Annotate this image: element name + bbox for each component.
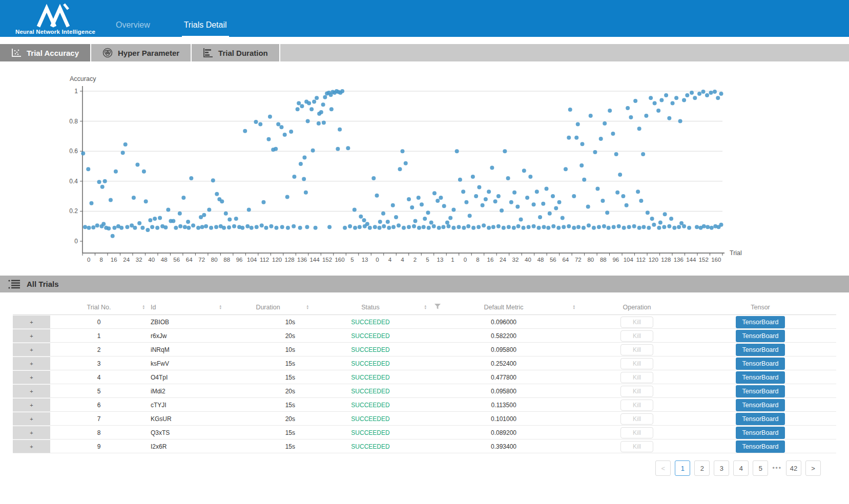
scatter-point (586, 205, 590, 209)
tensorboard-button[interactable]: TensorBoard (736, 399, 785, 411)
expand-row-button[interactable]: + (13, 398, 50, 411)
page-button-42[interactable]: 42 (786, 460, 801, 476)
kill-button[interactable]: Kill (620, 344, 653, 355)
sort-icon[interactable]: ▴▾ (306, 305, 308, 310)
scatter-point (653, 101, 657, 105)
kill-button[interactable]: Kill (620, 386, 653, 397)
scatter-point (490, 165, 494, 170)
page-button-1[interactable]: 1 (675, 460, 690, 476)
page-ellipsis[interactable]: ••• (772, 465, 782, 472)
duration-cell: 15s (224, 360, 312, 367)
sort-icon[interactable]: ▴▾ (219, 305, 221, 310)
expand-row-button[interactable]: + (13, 426, 50, 439)
tensorboard-button[interactable]: TensorBoard (736, 385, 785, 397)
column-label: Default Metric (484, 304, 523, 311)
status-cell: SUCCEEDED (312, 332, 429, 340)
page-button-3[interactable]: 3 (714, 460, 729, 476)
operation-cell: Kill (578, 427, 696, 438)
subtab-trial-accuracy[interactable]: Trial Accuracy (0, 44, 91, 61)
tab-trials-detail[interactable]: Trials Detail (182, 20, 229, 37)
scatter-point (663, 212, 667, 216)
tensorboard-button[interactable]: TensorBoard (736, 316, 785, 328)
scatter-point (484, 197, 488, 201)
kill-button[interactable]: Kill (620, 400, 653, 411)
expand-row-button[interactable]: + (13, 357, 50, 370)
scatter-point (289, 130, 293, 134)
trials-table: Trial No.▴▾Id▴▾Duration▴▾Status▴▾Default… (13, 300, 836, 453)
default-metric-cell: 0.582200 (429, 332, 578, 340)
page-button-4[interactable]: 4 (733, 460, 749, 476)
scatter-point (471, 226, 475, 230)
scatter-point (261, 200, 265, 204)
brand-text: Neural Network Intelligence (14, 29, 96, 35)
kill-button[interactable]: Kill (620, 441, 653, 452)
sort-icon[interactable]: ▴▾ (142, 305, 144, 310)
trial-no-cell: 2 (50, 346, 148, 353)
kill-button[interactable]: Kill (620, 330, 653, 342)
x-tick-label: 80 (587, 257, 594, 263)
scatter-point (502, 226, 506, 230)
table-row: +9I2x6R15sSUCCEEDED0.393400KillTensorBoa… (13, 439, 836, 453)
x-axis-title: Trial (730, 249, 742, 257)
scatter-point (140, 226, 144, 230)
expand-row-button[interactable]: + (13, 412, 50, 425)
page-prev-button[interactable]: < (655, 460, 671, 476)
tensorboard-button[interactable]: TensorBoard (736, 413, 785, 425)
scatter-point (109, 198, 113, 202)
column-header-id[interactable]: Id▴▾ (148, 304, 224, 311)
tensorboard-button[interactable]: TensorBoard (736, 371, 785, 384)
app-header: Neural Network Intelligence OverviewTria… (0, 0, 849, 37)
scatter-point (402, 226, 406, 230)
operation-cell: Kill (578, 441, 696, 452)
scatter-point (340, 89, 344, 93)
kill-button[interactable]: Kill (620, 427, 653, 438)
subtab-hyper-parameter[interactable]: Hyper Parameter (91, 44, 192, 61)
page-button-2[interactable]: 2 (694, 460, 710, 476)
scatter-point (701, 90, 706, 94)
scatter-point (186, 220, 190, 224)
table-row: +7KGsUR20sSUCCEEDED0.101000KillTensorBoa… (13, 412, 836, 426)
table-body: +0ZBIOB10sSUCCEEDED0.096000KillTensorBoa… (13, 315, 836, 453)
subtab-trial-duration[interactable]: Trial Duration (192, 44, 280, 61)
scatter-point (622, 226, 626, 230)
expand-row-button[interactable]: + (13, 343, 50, 356)
sort-icon[interactable]: ▴▾ (573, 305, 575, 310)
kill-button[interactable]: Kill (620, 413, 653, 425)
kill-button[interactable]: Kill (620, 358, 653, 369)
scatter-point (163, 225, 168, 229)
tensorboard-button[interactable]: TensorBoard (736, 330, 785, 342)
scatter-point (693, 96, 697, 100)
sort-icon[interactable]: ▴▾ (424, 305, 426, 310)
tensorboard-button[interactable]: TensorBoard (736, 427, 785, 439)
column-header-status[interactable]: Status▴▾ (312, 304, 429, 311)
tensorboard-button[interactable]: TensorBoard (736, 344, 785, 356)
scatter-point (442, 204, 446, 208)
x-tick-label: 160 (335, 257, 344, 263)
scatter-point (314, 226, 318, 230)
scatter-point (306, 119, 310, 123)
tensorboard-button[interactable]: TensorBoard (736, 358, 785, 370)
scatter-point (132, 196, 136, 200)
kill-button[interactable]: Kill (620, 317, 653, 328)
page-next-button[interactable]: > (805, 460, 821, 476)
y-axis-title: Accuracy (70, 75, 96, 82)
x-tick-label: 0 (376, 257, 379, 263)
scatter-point (608, 109, 612, 113)
scatter-point (274, 147, 278, 151)
page-button-5[interactable]: 5 (753, 460, 768, 476)
expand-row-button[interactable]: + (13, 316, 50, 328)
tab-overview[interactable]: Overview (114, 20, 152, 37)
kill-button[interactable]: Kill (620, 372, 653, 383)
operation-cell: Kill (578, 317, 696, 328)
expand-row-button[interactable]: + (13, 440, 50, 453)
scatter-point (542, 225, 546, 229)
expand-row-button[interactable]: + (13, 385, 50, 397)
x-tick-label: 88 (223, 257, 230, 263)
scatter-point (412, 224, 416, 228)
expand-row-button[interactable]: + (13, 371, 50, 384)
column-header-trial-no-[interactable]: Trial No.▴▾ (50, 304, 148, 311)
column-header-default-metric[interactable]: Default Metric▴▾ (429, 304, 578, 311)
expand-row-button[interactable]: + (13, 329, 50, 342)
tensorboard-button[interactable]: TensorBoard (736, 440, 785, 453)
column-header-duration[interactable]: Duration▴▾ (224, 304, 312, 311)
